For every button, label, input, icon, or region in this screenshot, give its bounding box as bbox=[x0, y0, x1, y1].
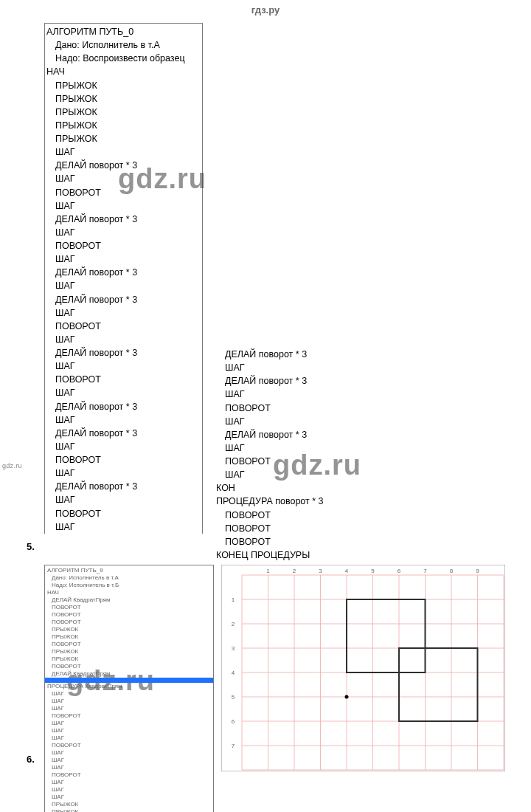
task-number-5: 5. bbox=[27, 541, 35, 552]
code-line: ШАГ bbox=[46, 226, 196, 239]
code-line: ПОВОРОТ bbox=[47, 663, 211, 670]
algo-need: Надо: Воспроизвести образец bbox=[46, 52, 196, 65]
code-line: ШАГ bbox=[46, 386, 196, 399]
code-line: АЛГОРИТМ ПУТЬ_9 bbox=[47, 567, 211, 574]
mini-editor[interactable]: АЛГОРИТМ ПУТЬ_9Дано: Исполнитель в т.AНа… bbox=[44, 565, 214, 812]
code-line: ШАГ bbox=[46, 493, 196, 506]
task-number-6: 6. bbox=[27, 754, 35, 765]
code-line: Надо: Исполнитель в т.Б bbox=[47, 582, 211, 589]
svg-text:2: 2 bbox=[293, 568, 296, 574]
code-line: ПРЫЖОК bbox=[46, 79, 196, 92]
code-line: ШАГ bbox=[46, 440, 196, 453]
svg-text:8: 8 bbox=[450, 568, 454, 574]
code-line: ПОВОРОТ bbox=[46, 186, 196, 199]
code-line: ДЕЛАЙ КвадратПрям bbox=[47, 596, 211, 604]
code-line: ШАГ bbox=[47, 690, 211, 698]
code-line: НАЧ bbox=[47, 589, 211, 596]
svg-text:6: 6 bbox=[232, 718, 235, 725]
code-line: ПОВОРОТ bbox=[216, 402, 364, 415]
code-line: ШАГ bbox=[46, 199, 196, 213]
code-line: ПОВОРОТ bbox=[47, 742, 211, 749]
watermark-small: gdz.ru bbox=[2, 462, 22, 469]
code-line: ПОВОРОТ bbox=[46, 373, 196, 386]
code-line: ШАГ bbox=[46, 145, 196, 159]
svg-text:4: 4 bbox=[232, 670, 235, 676]
code-line: ШАГ bbox=[47, 779, 211, 786]
code-line: ПОВОРОТ bbox=[216, 522, 364, 535]
code-line: ШАГ bbox=[216, 388, 364, 401]
code-line: ПОВОРОТ bbox=[47, 611, 211, 619]
page-header: гдз.ру bbox=[0, 0, 531, 23]
code-line: ШАГ bbox=[216, 361, 364, 374]
code-line: ПРЫЖОК bbox=[47, 626, 211, 633]
svg-text:5: 5 bbox=[232, 694, 235, 701]
code-line: ПОВОРОТ bbox=[46, 239, 196, 252]
code-line: ПОВОРОТ bbox=[46, 320, 196, 333]
code-line: ШАГ bbox=[46, 172, 196, 185]
code-line: ШАГ bbox=[46, 306, 196, 320]
code-line: ПРЫЖОК bbox=[46, 119, 196, 132]
code-line: ШАГ bbox=[47, 764, 211, 771]
code-line: ПОВОРОТ bbox=[216, 535, 364, 548]
code-line: ДЕЛАЙ поворот * 3 bbox=[46, 480, 196, 493]
code-line: КОНЕЦ ПРОЦЕДУРЫ bbox=[216, 548, 364, 562]
code-line: ПРЫЖОК bbox=[47, 801, 211, 808]
code-line: ШАГ bbox=[46, 413, 196, 427]
code-line: ДЕЛАЙ поворот * 3 bbox=[46, 346, 196, 359]
code-line: ДЕЛАЙ поворот * 3 bbox=[46, 159, 196, 172]
svg-text:7: 7 bbox=[232, 743, 235, 749]
svg-text:9: 9 bbox=[476, 568, 479, 574]
code-line: ПРЫЖОК bbox=[47, 656, 211, 663]
code-line: ДЕЛАЙ поворот * 3 bbox=[216, 428, 364, 441]
code-line: ШАГ bbox=[47, 786, 211, 794]
code-line: ПОВОРОТ bbox=[46, 453, 196, 467]
code-line: ДЕЛАЙ поворот * 3 bbox=[46, 400, 196, 413]
code-line: ШАГ bbox=[47, 705, 211, 712]
code-line: КОН bbox=[216, 481, 364, 495]
code-line: ПРЫЖОК bbox=[47, 648, 211, 656]
code-line: ПОВОРОТ bbox=[216, 455, 364, 468]
algo-given: Дано: Исполнитель в т.A bbox=[46, 38, 196, 52]
svg-rect-0 bbox=[221, 565, 505, 771]
algo-title: АЛГОРИТМ ПУТЬ_0 bbox=[46, 25, 196, 38]
code-line: ПОВОРОТ bbox=[47, 604, 211, 611]
code-line: ПРЫЖОК bbox=[46, 132, 196, 145]
svg-text:5: 5 bbox=[371, 568, 375, 574]
grid-svg: 1234567891234567 bbox=[221, 565, 505, 771]
code-line: ПРЫЖОК bbox=[47, 808, 211, 812]
code-line: ПРОЦЕДУРА поворот * 3 bbox=[216, 495, 364, 508]
code-line: ДЕЛАЙ КвадратПрям bbox=[47, 670, 211, 678]
svg-text:6: 6 bbox=[398, 568, 401, 574]
code-line: ШАГ bbox=[216, 441, 364, 455]
code-line: ДЕЛАЙ поворот * 3 bbox=[216, 374, 364, 388]
code-line: ШАГ bbox=[46, 252, 196, 266]
code-line: ШАГ bbox=[216, 468, 364, 481]
code-line: ДЕЛАЙ поворот * 3 bbox=[46, 293, 196, 306]
section-5: АЛГОРИТМ ПУТЬ_9Дано: Исполнитель в т.AНа… bbox=[44, 565, 531, 812]
algorithm-block: АЛГОРИТМ ПУТЬ_0 Дано: Исполнитель в т.A … bbox=[44, 23, 531, 562]
code-line: Дано: Исполнитель в т.A bbox=[47, 574, 211, 582]
code-line: ДЕЛАЙ поворот * 3 bbox=[46, 266, 196, 279]
code-line: ШАГ bbox=[47, 727, 211, 734]
svg-text:2: 2 bbox=[232, 621, 235, 627]
code-line: ДЕЛАЙ поворот * 3 bbox=[216, 348, 364, 361]
code-line: ПОВОРОТ bbox=[47, 619, 211, 626]
svg-text:4: 4 bbox=[345, 568, 349, 574]
drawing-canvas: 1234567891234567 bbox=[221, 565, 531, 812]
code-line: ШАГ bbox=[46, 467, 196, 480]
code-line: ДЕЛАЙ поворот * 3 bbox=[46, 427, 196, 440]
code-line: ШАГ bbox=[47, 698, 211, 705]
code-line: ШАГ bbox=[47, 720, 211, 727]
code-line: ПРЫЖОК bbox=[47, 633, 211, 641]
code-line: ПРЫЖОК bbox=[46, 106, 196, 119]
code-line: ПОВОРОТ bbox=[216, 509, 364, 522]
code-line: ШАГ bbox=[47, 749, 211, 757]
code-line: ШАГ bbox=[47, 757, 211, 764]
svg-text:7: 7 bbox=[423, 568, 427, 574]
code-line: ШАГ bbox=[47, 794, 211, 801]
code-line: ШАГ bbox=[46, 279, 196, 292]
code-line: ПОВОРОТ bbox=[47, 712, 211, 720]
code-line: ШАГ bbox=[46, 520, 196, 534]
code-line: ПРЫЖОК bbox=[46, 92, 196, 106]
code-line: ШАГ bbox=[47, 734, 211, 742]
